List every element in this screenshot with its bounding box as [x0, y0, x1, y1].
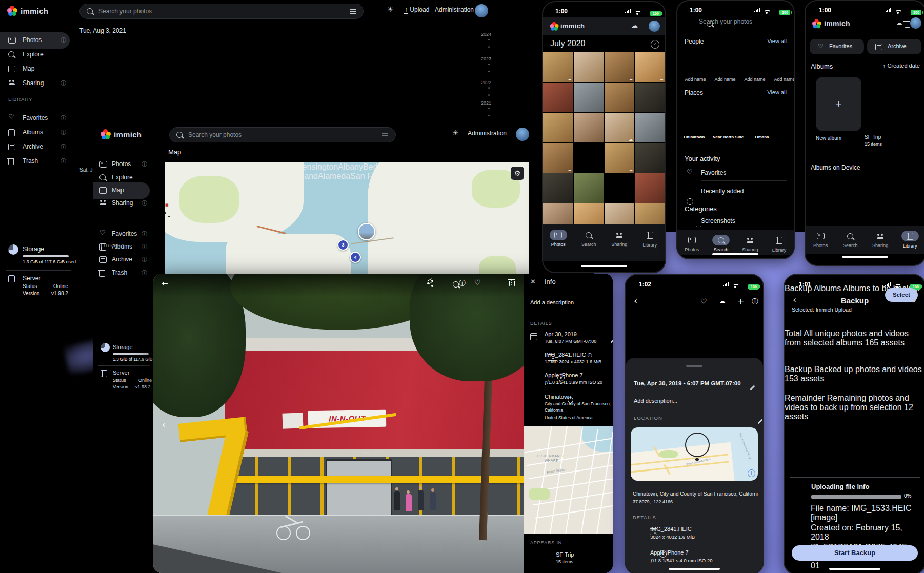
- sidebar-item-sharing[interactable]: Sharingⓘ: [93, 198, 154, 212]
- tab-search[interactable]: Search: [574, 230, 603, 247]
- sidebar-item-trash[interactable]: Trashⓘ: [93, 268, 154, 281]
- home-indicator[interactable]: [581, 265, 627, 267]
- person-avatar[interactable]: [744, 49, 766, 71]
- search-input[interactable]: Search your photos: [79, 4, 364, 19]
- photo-thumbnail[interactable]: [605, 173, 635, 203]
- sidebar-item-albums[interactable]: Albumsⓘ: [0, 128, 77, 141]
- add-icon[interactable]: +: [737, 296, 744, 306]
- minimap-zoom-in-button[interactable]: +: [524, 426, 533, 436]
- photo-thumbnail[interactable]: [79, 37, 126, 98]
- photo-thumbnail[interactable]: [635, 143, 665, 173]
- category-screenshots[interactable]: Screenshots: [701, 217, 735, 224]
- info-icon[interactable]: ⓘ: [142, 199, 147, 207]
- info-icon[interactable]: ⓘ: [752, 297, 758, 306]
- more-options-icon[interactable]: ⋮: [508, 278, 515, 286]
- close-icon[interactable]: ✕: [530, 278, 536, 285]
- info-icon[interactable]: ⓘ: [61, 36, 66, 44]
- filter-icon[interactable]: [350, 9, 356, 14]
- avatar[interactable]: [475, 4, 488, 17]
- person-avatar[interactable]: [774, 49, 795, 71]
- photo-thumbnail[interactable]: [543, 113, 573, 142]
- photo-thumbnail[interactable]: [605, 143, 635, 173]
- photo-thumbnail[interactable]: [574, 113, 604, 142]
- edit-date-icon[interactable]: [750, 385, 755, 391]
- info-icon[interactable]: ⓘ: [61, 79, 66, 87]
- info-icon[interactable]: ⓘ: [61, 129, 66, 136]
- previous-photo-icon[interactable]: ‹: [162, 418, 166, 431]
- add-name-label[interactable]: Add name: [711, 77, 739, 82]
- favorite-icon[interactable]: ♡: [474, 278, 481, 286]
- home-indicator[interactable]: [712, 253, 758, 255]
- avatar[interactable]: [649, 21, 660, 32]
- archive-button[interactable]: Archive: [867, 39, 921, 54]
- photo-thumbnail[interactable]: [543, 173, 573, 203]
- sidebar-item-sharing[interactable]: Sharingⓘ: [0, 78, 77, 92]
- place-card[interactable]: Pi: [780, 99, 795, 142]
- photo-thumbnail[interactable]: [605, 113, 635, 142]
- sidebar-item-archive[interactable]: Archiveⓘ: [93, 255, 154, 268]
- sort-created-date[interactable]: ↑ Created date: [883, 63, 920, 69]
- description-input[interactable]: Add a description: [530, 299, 574, 305]
- back-icon[interactable]: ←: [162, 279, 168, 288]
- start-backup-button[interactable]: Start Backup: [792, 545, 918, 561]
- photo-thumbnail[interactable]: [574, 173, 604, 203]
- photo-thumbnail[interactable]: [605, 52, 635, 82]
- theme-toggle-icon[interactable]: ☀: [452, 129, 459, 137]
- tab-photos[interactable]: Photos: [677, 235, 706, 252]
- sheet-drag-handle[interactable]: [686, 365, 702, 367]
- theme-toggle-icon[interactable]: ☀: [387, 5, 394, 13]
- tab-sharing[interactable]: Sharing: [736, 235, 765, 252]
- sidebar-item-map[interactable]: Map: [93, 186, 154, 199]
- tab-sharing[interactable]: Sharing: [866, 231, 895, 248]
- avatar[interactable]: [910, 17, 921, 29]
- immich-logo-icon[interactable]: [7, 6, 17, 18]
- map-cluster-marker[interactable]: 4: [350, 252, 361, 263]
- new-album-card[interactable]: +: [816, 77, 861, 131]
- upload-button[interactable]: ↑ Upload: [404, 6, 429, 13]
- album-thumbnail[interactable]: [530, 548, 551, 569]
- photo-thumbnail[interactable]: [174, 37, 246, 98]
- sidebar-item-archive[interactable]: Archiveⓘ: [0, 142, 77, 155]
- photo-thumbnail[interactable]: [635, 113, 665, 142]
- description-input[interactable]: Add description...: [634, 398, 677, 404]
- album-card-sf-trip[interactable]: [865, 77, 909, 131]
- search-input[interactable]: Search your photos: [169, 127, 396, 142]
- photo-thumbnail[interactable]: [389, 37, 474, 98]
- info-icon[interactable]: ⓘ: [142, 160, 147, 168]
- location-minimap[interactable]: FISHERMAN'S WHARF Beach Street + −: [524, 426, 613, 534]
- info-icon[interactable]: ⓘ: [142, 243, 147, 251]
- people-view-all[interactable]: View all: [767, 38, 787, 44]
- tab-library[interactable]: Library: [635, 230, 664, 248]
- home-indicator[interactable]: [669, 568, 720, 570]
- activity-recently-added[interactable]: Recently added: [701, 188, 744, 195]
- administration-link[interactable]: Administration: [435, 6, 474, 13]
- select-all-icon[interactable]: ✓: [651, 40, 659, 49]
- info-icon[interactable]: ⓘ: [61, 143, 66, 151]
- info-icon[interactable]: ⓘ: [61, 157, 66, 165]
- photo-thumbnail[interactable]: [635, 52, 665, 82]
- map-photo-marker[interactable]: [358, 223, 375, 240]
- tab-photos[interactable]: Photos: [806, 231, 835, 248]
- favorite-icon[interactable]: ♡: [700, 297, 707, 305]
- sidebar-item-map[interactable]: Map: [0, 64, 77, 77]
- sidebar-item-trash[interactable]: Trashⓘ: [0, 156, 77, 170]
- home-indicator[interactable]: [842, 256, 888, 258]
- place-card[interactable]: Omaha: [746, 99, 778, 142]
- home-indicator[interactable]: [829, 568, 880, 570]
- add-name-label[interactable]: Add name: [681, 77, 709, 82]
- map-attribution-info-icon[interactable]: i: [748, 469, 755, 477]
- place-card[interactable]: Chinatown: [678, 99, 710, 142]
- add-name-label[interactable]: Add name: [771, 77, 795, 82]
- photo-thumbnail[interactable]: [574, 83, 604, 112]
- tab-search[interactable]: Search: [836, 231, 865, 248]
- search-input[interactable]: Search your photos: [699, 18, 752, 25]
- info-icon[interactable]: ⓘ: [142, 230, 147, 238]
- photo-thumbnail[interactable]: [635, 83, 665, 112]
- album-name[interactable]: SF Trip: [556, 551, 574, 558]
- person-avatar[interactable]: [685, 49, 706, 71]
- places-view-all[interactable]: View all: [767, 89, 787, 95]
- photo-thumbnail[interactable]: [543, 83, 573, 112]
- info-icon[interactable]: ⓘ: [61, 114, 66, 122]
- photo-thumbnail[interactable]: [635, 173, 665, 203]
- photo-thumbnail[interactable]: [605, 83, 635, 112]
